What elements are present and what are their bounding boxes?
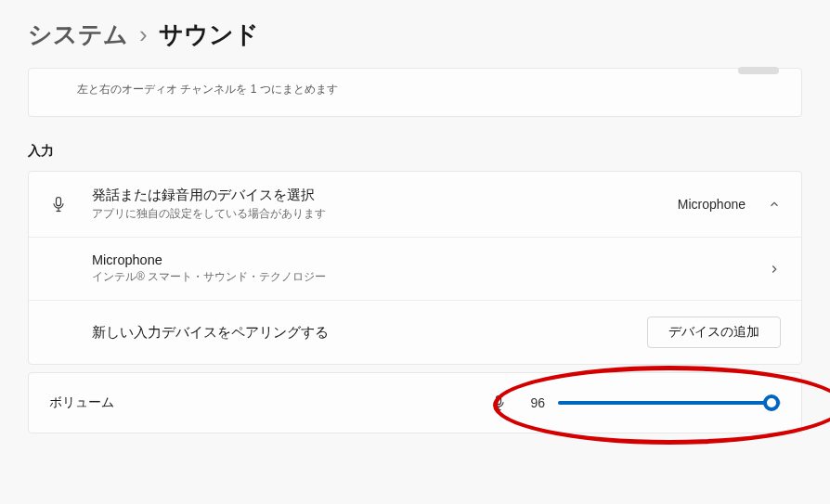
section-title-input: 入力 bbox=[28, 143, 802, 160]
volume-label: ボリューム bbox=[49, 394, 114, 411]
mono-audio-description: 左と右のオーディオ チャンネルを 1 つにまとめます bbox=[77, 82, 338, 97]
volume-value: 96 bbox=[521, 395, 545, 410]
svg-rect-0 bbox=[57, 198, 61, 206]
breadcrumb-current: サウンド bbox=[159, 19, 259, 51]
volume-slider[interactable] bbox=[558, 394, 781, 411]
input-device-row[interactable]: Microphone インテル® スマート・サウンド・テクノロジー bbox=[29, 238, 801, 301]
input-devices-card: 発話または録音用のデバイスを選択 アプリに独自の設定をしている場合があります M… bbox=[28, 171, 802, 365]
device-subtitle: インテル® スマート・サウンド・テクノロジー bbox=[92, 269, 751, 285]
breadcrumb: システム › サウンド bbox=[0, 0, 830, 68]
mono-audio-card: 左と右のオーディオ チャンネルを 1 つにまとめます オフ bbox=[28, 68, 802, 117]
input-select-value: Microphone bbox=[678, 197, 746, 212]
pair-device-row: 新しい入力デバイスをペアリングする デバイスの追加 bbox=[29, 301, 801, 364]
microphone-icon[interactable] bbox=[489, 394, 508, 412]
mono-audio-toggle[interactable] bbox=[738, 67, 779, 74]
breadcrumb-parent[interactable]: システム bbox=[28, 19, 128, 51]
input-select-title: 発話または録音用のデバイスを選択 bbox=[92, 187, 661, 204]
pair-device-title: 新しい入力デバイスをペアリングする bbox=[92, 324, 630, 342]
input-volume-card: ボリューム 96 bbox=[28, 372, 802, 433]
input-device-selector-row[interactable]: 発話または録音用のデバイスを選択 アプリに独自の設定をしている場合があります M… bbox=[29, 172, 801, 238]
chevron-right-icon bbox=[768, 263, 781, 276]
chevron-right-icon: › bbox=[139, 20, 148, 49]
microphone-icon bbox=[49, 195, 75, 213]
svg-rect-3 bbox=[497, 396, 501, 405]
chevron-up-icon bbox=[768, 198, 781, 211]
add-device-button[interactable]: デバイスの追加 bbox=[647, 317, 781, 348]
device-title: Microphone bbox=[92, 252, 751, 267]
input-select-subtitle: アプリに独自の設定をしている場合があります bbox=[92, 206, 661, 222]
